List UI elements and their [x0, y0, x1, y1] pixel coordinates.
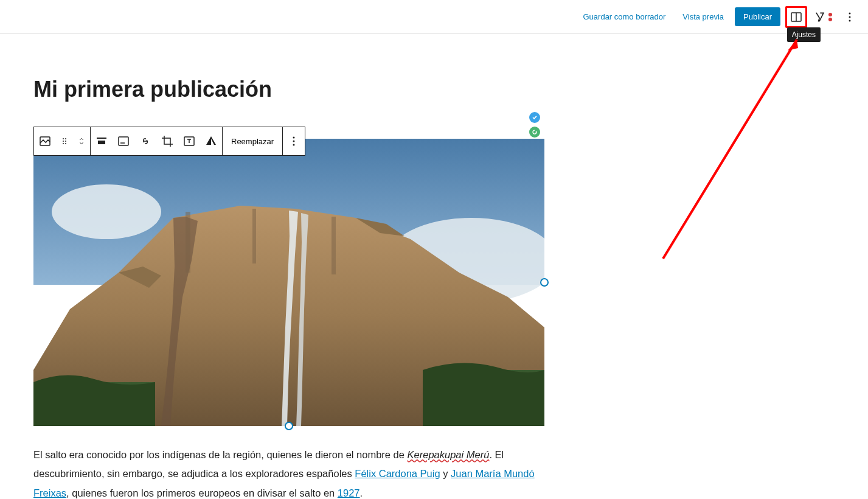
check-badge[interactable]	[529, 112, 540, 123]
svg-rect-13	[98, 141, 105, 144]
svg-point-7	[65, 138, 66, 139]
paragraph-block[interactable]: El salto era conocido por los indígenas …	[33, 445, 544, 499]
crop-icon	[160, 134, 175, 148]
svg-point-18	[293, 141, 295, 142]
link-felix[interactable]: Félix Cardona Puig	[355, 468, 440, 479]
yoast-button[interactable]	[812, 6, 834, 28]
spellcheck-term: Kerepakupai Merú	[408, 449, 490, 460]
block-more-button[interactable]	[283, 127, 305, 155]
check-icon	[532, 114, 538, 120]
preview-link[interactable]: Vista previa	[676, 9, 730, 25]
caption-button[interactable]	[113, 127, 134, 155]
post-title[interactable]: Mi primera publicación	[33, 77, 868, 102]
grammarly-badge[interactable]	[529, 127, 540, 138]
text-segment: El salto era conocido por los indígenas …	[33, 449, 408, 460]
more-options-button[interactable]	[839, 6, 861, 28]
publish-button[interactable]: Publicar	[735, 7, 780, 26]
svg-point-8	[63, 141, 64, 142]
resize-handle-bottom[interactable]	[285, 422, 293, 430]
duotone-button[interactable]	[200, 127, 222, 155]
sidebar-panel-icon	[789, 10, 804, 24]
image-block[interactable]	[33, 139, 544, 426]
more-vertical-icon	[286, 134, 301, 148]
status-badges	[529, 112, 540, 138]
duotone-icon	[204, 134, 218, 148]
resize-handle-right[interactable]	[540, 278, 549, 287]
svg-point-11	[65, 143, 66, 144]
svg-point-21	[52, 184, 161, 239]
image-block-wrapper	[33, 139, 544, 426]
svg-point-19	[293, 144, 295, 146]
caption-icon	[116, 134, 131, 148]
editor-top-bar: Guardar como borrador Vista previa Publi…	[0, 0, 868, 34]
chevron-up-down-icon	[77, 135, 86, 147]
crop-button[interactable]	[156, 127, 178, 155]
link-icon	[138, 134, 153, 148]
yoast-indicators	[828, 13, 832, 21]
image-block-toolbar: Reemplazar	[33, 127, 305, 156]
image-icon	[38, 134, 52, 148]
block-type-button[interactable]	[34, 127, 56, 155]
align-button[interactable]	[91, 127, 113, 155]
svg-rect-14	[119, 137, 128, 145]
svg-point-4	[849, 19, 851, 21]
grammarly-icon	[531, 128, 538, 136]
move-buttons[interactable]	[73, 127, 90, 155]
waterfall-image	[33, 139, 544, 426]
more-vertical-icon	[842, 10, 857, 24]
link-year[interactable]: 1927	[338, 487, 360, 498]
replace-button[interactable]: Reemplazar	[223, 127, 282, 155]
svg-point-17	[293, 137, 295, 139]
svg-point-9	[65, 141, 66, 142]
editor-content: Mi primera publicación	[0, 34, 868, 499]
text-overlay-icon	[182, 134, 196, 148]
svg-point-2	[849, 12, 851, 14]
align-icon	[94, 134, 109, 148]
svg-rect-12	[97, 138, 106, 139]
svg-point-3	[849, 16, 851, 18]
svg-rect-27	[252, 209, 256, 263]
save-draft-link[interactable]: Guardar como borrador	[577, 9, 672, 25]
text-segment: y	[440, 468, 451, 479]
svg-point-6	[63, 138, 64, 139]
yoast-icon	[814, 11, 826, 23]
drag-handle[interactable]	[56, 127, 73, 155]
link-button[interactable]	[134, 127, 156, 155]
svg-point-10	[63, 143, 64, 144]
svg-rect-26	[186, 212, 190, 273]
settings-button[interactable]	[785, 6, 807, 28]
svg-rect-28	[332, 217, 336, 274]
text-overlay-button[interactable]	[178, 127, 200, 155]
text-segment: , quienes fueron los primeros europeos e…	[66, 487, 338, 498]
text-segment: .	[360, 487, 363, 498]
drag-icon	[60, 136, 69, 146]
